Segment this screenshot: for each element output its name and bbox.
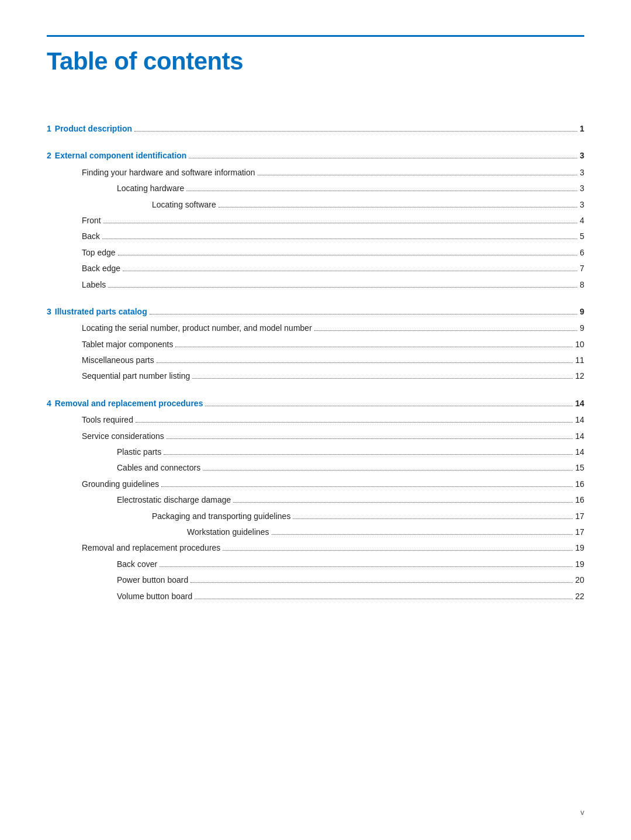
toc-dots xyxy=(219,207,577,208)
toc-dots xyxy=(157,362,573,363)
toc-dots xyxy=(108,287,577,288)
toc-regular-entry: Miscellaneous parts11 xyxy=(47,354,584,367)
entry-label: Back edge xyxy=(82,262,120,275)
toc-entry-ch4-3-1: Electrostatic discharge damage16 xyxy=(47,493,584,506)
toc-dots xyxy=(192,378,573,379)
toc-page-num: 11 xyxy=(575,354,584,367)
toc-page-num: 16 xyxy=(575,493,584,506)
toc-dots xyxy=(164,454,573,455)
entry-label: Volume button board xyxy=(117,590,192,603)
toc-page-num: 1 xyxy=(580,122,584,135)
entry-label: Packaging and transporting guidelines xyxy=(152,510,290,523)
toc-page-num: 22 xyxy=(575,590,584,603)
toc-entry-ch4-3: Grounding guidelines16 xyxy=(47,478,584,490)
toc-page-num: 20 xyxy=(575,573,584,586)
chapter-text: 4Removal and replacement procedures xyxy=(47,397,203,410)
toc-dots xyxy=(293,518,573,519)
toc-chapter-entry: 3Illustrated parts catalog9 xyxy=(47,305,584,318)
toc-dots xyxy=(102,238,577,239)
toc-dots xyxy=(314,330,577,331)
toc-entry-ch3-4: Sequential part number listing12 xyxy=(47,369,584,382)
chapter-text: 3Illustrated parts catalog xyxy=(47,305,147,318)
entry-label: Miscellaneous parts xyxy=(82,354,154,367)
toc-page-num: 14 xyxy=(575,430,584,443)
toc-entry-ch2-1-2: Locating software3 xyxy=(47,198,584,211)
chapter-label: External component identification xyxy=(55,151,187,160)
toc-dots xyxy=(136,422,573,423)
entry-label: Service considerations xyxy=(82,430,164,443)
entry-label: Tools required xyxy=(82,413,133,426)
toc-dots xyxy=(190,582,573,583)
toc-dots xyxy=(258,175,578,175)
toc-dots xyxy=(134,131,577,132)
toc-regular-entry: Removal and replacement procedures19 xyxy=(47,541,584,554)
toc-page-num: 4 xyxy=(580,214,584,227)
toc-page-num: 14 xyxy=(575,445,584,458)
toc-page-num: 14 xyxy=(575,397,584,410)
toc-page-num: 9 xyxy=(580,322,584,334)
entry-label: Finding your hardware and software infor… xyxy=(82,166,255,179)
toc-regular-entry: Plastic parts14 xyxy=(47,445,584,458)
toc-entry-ch2-5: Back edge7 xyxy=(47,262,584,275)
toc-dots xyxy=(123,271,577,271)
toc-page-num: 14 xyxy=(575,413,584,426)
toc-dots xyxy=(223,550,573,551)
toc-regular-entry: Top edge6 xyxy=(47,246,584,259)
entry-label: Labels xyxy=(82,278,106,291)
toc-chapter-entry: 4Removal and replacement procedures14 xyxy=(47,397,584,410)
toc-regular-entry: Power button board20 xyxy=(47,573,584,586)
toc-page-num: 16 xyxy=(575,478,584,490)
toc-page-num: 6 xyxy=(580,246,584,259)
toc-page-num: 17 xyxy=(575,510,584,523)
toc-dots xyxy=(233,502,573,503)
toc-page-num: 3 xyxy=(580,166,584,179)
toc-entry-ch4-2-2: Cables and connectors15 xyxy=(47,461,584,474)
toc-regular-entry: Back cover19 xyxy=(47,558,584,571)
toc-dots xyxy=(189,158,577,158)
toc-regular-entry: Workstation guidelines17 xyxy=(47,526,584,538)
toc-entry-ch2-1: Finding your hardware and software infor… xyxy=(47,166,584,179)
toc-page-num: 19 xyxy=(575,541,584,554)
toc-page-num: 3 xyxy=(580,198,584,211)
chapter-number: 3 xyxy=(47,307,51,316)
toc-entry-ch4-2: Service considerations14 xyxy=(47,430,584,443)
toc-regular-entry: Volume button board22 xyxy=(47,590,584,603)
toc-container: 1Product description12External component… xyxy=(47,122,584,603)
toc-page-num: 5 xyxy=(580,230,584,243)
toc-chapter-entry: 2External component identification3 xyxy=(47,149,584,162)
toc-dots xyxy=(203,470,573,471)
toc-regular-entry: Sequential part number listing12 xyxy=(47,369,584,382)
toc-entry-ch4-3-1-1: Packaging and transporting guidelines17 xyxy=(47,510,584,523)
toc-regular-entry: Locating hardware3 xyxy=(47,182,584,195)
chapter-number: 4 xyxy=(47,399,51,408)
toc-dots xyxy=(161,486,573,487)
toc-regular-entry: Locating software3 xyxy=(47,198,584,211)
toc-page-num: 3 xyxy=(580,182,584,195)
toc-entry-ch2-4: Top edge6 xyxy=(47,246,584,259)
entry-label: Electrostatic discharge damage xyxy=(117,493,231,506)
toc-page-num: 12 xyxy=(575,369,584,382)
toc-regular-entry: Labels8 xyxy=(47,278,584,291)
toc-entry-ch4-4-3: Volume button board22 xyxy=(47,590,584,603)
toc-regular-entry: Locating the serial number, product numb… xyxy=(47,322,584,334)
toc-page-num: 15 xyxy=(575,461,584,474)
toc-page-num: 17 xyxy=(575,526,584,538)
toc-entry-ch4-4-2: Power button board20 xyxy=(47,573,584,586)
toc-dots xyxy=(175,347,573,347)
toc-regular-entry: Packaging and transporting guidelines17 xyxy=(47,510,584,523)
chapter-label: Product description xyxy=(55,124,132,133)
toc-entry-ch4: 4Removal and replacement procedures14 xyxy=(47,397,584,410)
toc-entry-ch4-3-1-2: Workstation guidelines17 xyxy=(47,526,584,538)
toc-entry-ch4-2-1: Plastic parts14 xyxy=(47,445,584,458)
toc-page-num: 8 xyxy=(580,278,584,291)
entry-label: Sequential part number listing xyxy=(82,369,190,382)
entry-label: Locating the serial number, product numb… xyxy=(82,322,312,334)
toc-entry-ch3-2: Tablet major components10 xyxy=(47,338,584,351)
toc-dots xyxy=(160,566,573,567)
toc-entry-ch2-2: Front4 xyxy=(47,214,584,227)
entry-label: Back xyxy=(82,230,100,243)
toc-entry-ch3: 3Illustrated parts catalog9 xyxy=(47,305,584,318)
toc-entry-ch4-1: Tools required14 xyxy=(47,413,584,426)
entry-label: Locating software xyxy=(152,198,216,211)
entry-label: Top edge xyxy=(82,246,116,259)
